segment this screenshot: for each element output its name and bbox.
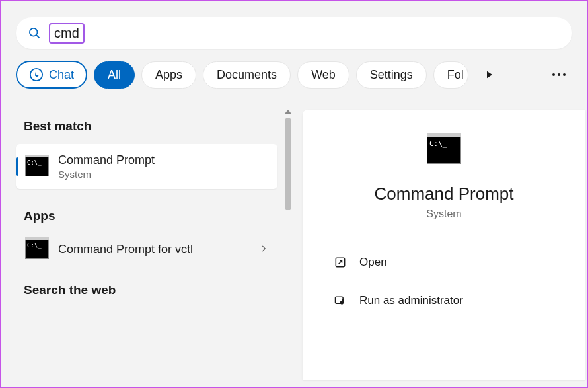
search-query-text: cmd <box>54 26 79 40</box>
action-run-admin-label: Run as administrator <box>359 294 463 307</box>
search-bar[interactable]: cmd <box>16 17 572 49</box>
tab-all[interactable]: All <box>94 61 135 89</box>
admin-shield-icon <box>333 293 348 308</box>
command-prompt-icon: C:\_ <box>427 136 461 164</box>
action-run-admin[interactable]: Run as administrator <box>329 282 559 320</box>
tab-apps[interactable]: Apps <box>141 61 196 89</box>
tabs-more-button[interactable] <box>546 61 572 88</box>
command-prompt-icon: C:\_ <box>25 239 49 259</box>
scrollbar-up-icon <box>285 110 291 114</box>
result-subtitle: System <box>58 169 155 180</box>
command-prompt-icon: C:\_ <box>25 157 49 176</box>
result-title: Command Prompt <box>58 153 155 167</box>
section-search-web: Search the web <box>24 283 270 297</box>
filter-tabs: Chat All Apps Documents Web Settings Fol <box>1 61 587 100</box>
chat-label: Chat <box>49 68 74 82</box>
tabs-scroll-right[interactable] <box>476 61 503 88</box>
chat-button[interactable]: Chat <box>16 61 87 89</box>
scrollbar[interactable] <box>284 110 292 380</box>
more-dots-icon <box>552 73 566 76</box>
results-pane: Best match C:\_ Command Prompt System Ap… <box>1 100 292 380</box>
svg-line-1 <box>36 35 39 38</box>
tab-folders[interactable]: Fol <box>433 61 468 89</box>
bing-chat-icon <box>29 67 44 82</box>
scrollbar-thumb[interactable] <box>285 118 291 210</box>
tab-documents[interactable]: Documents <box>203 61 291 89</box>
action-open[interactable]: Open <box>329 243 559 282</box>
detail-pane: C:\_ Command Prompt System Open Run as a… <box>303 110 585 380</box>
search-query-highlight: cmd <box>49 23 85 44</box>
action-open-label: Open <box>359 256 387 269</box>
tab-web[interactable]: Web <box>297 61 349 89</box>
tab-settings[interactable]: Settings <box>356 61 427 89</box>
section-best-match: Best match <box>24 119 270 134</box>
svg-point-2 <box>30 69 42 81</box>
detail-title: Command Prompt <box>375 184 514 204</box>
best-match-result[interactable]: C:\_ Command Prompt System <box>16 144 277 189</box>
section-apps: Apps <box>24 209 270 223</box>
chevron-right-icon <box>259 243 268 256</box>
open-external-icon <box>333 255 348 270</box>
search-icon <box>28 26 41 40</box>
play-triangle-icon <box>484 69 495 80</box>
app-result-title: Command Prompt for vctl <box>58 243 193 256</box>
detail-subtitle: System <box>426 208 461 220</box>
app-result-vctl[interactable]: C:\_ Command Prompt for vctl <box>16 234 277 264</box>
svg-point-0 <box>30 28 38 36</box>
